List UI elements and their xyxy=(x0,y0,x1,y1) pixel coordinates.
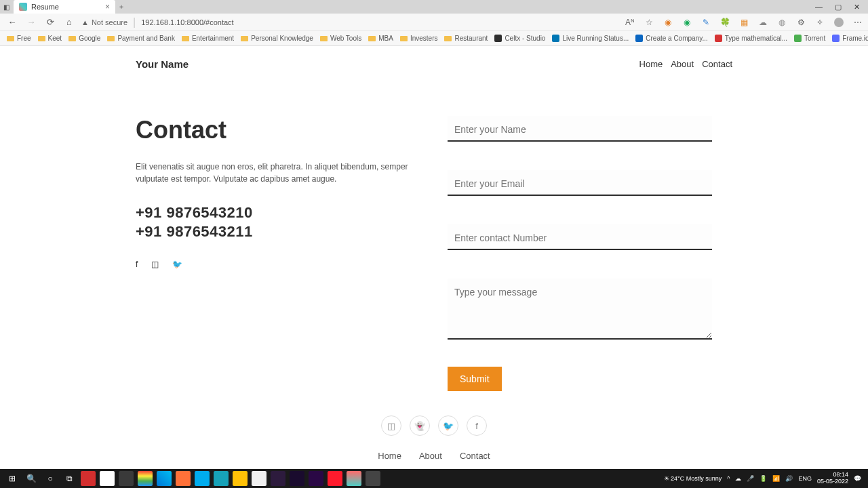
home-button[interactable]: ⌂ xyxy=(62,16,76,29)
taskbar-app[interactable] xyxy=(347,471,361,486)
bookmark-folder[interactable]: Google xyxy=(68,35,100,42)
message-textarea[interactable] xyxy=(448,279,712,340)
footer-facebook-icon[interactable]: f xyxy=(467,415,487,436)
instagram-icon[interactable]: ◫ xyxy=(151,260,159,269)
taskbar-app[interactable] xyxy=(366,471,380,486)
bookmark-link[interactable]: Type mathematical... xyxy=(715,35,787,42)
contact-number-input[interactable] xyxy=(448,224,712,250)
ext6-icon[interactable]: ☁ xyxy=(758,18,768,27)
firefox-icon[interactable] xyxy=(176,471,191,486)
wifi-icon[interactable]: 📶 xyxy=(772,475,780,482)
collections-icon[interactable]: ✧ xyxy=(815,18,825,27)
security-label: Not secure xyxy=(92,18,127,26)
taskbar-app[interactable] xyxy=(119,471,134,486)
footer-snapchat-icon[interactable]: 👻 xyxy=(410,415,430,436)
minimize-button[interactable]: — xyxy=(815,3,823,12)
bookmark-folder[interactable]: Web Tools xyxy=(320,35,361,42)
refresh-button[interactable]: ⟳ xyxy=(43,16,57,29)
ext7-icon[interactable]: ◍ xyxy=(777,18,787,27)
nav-home[interactable]: Home xyxy=(639,59,663,69)
bookmark-link[interactable]: Create a Company... xyxy=(635,35,708,42)
footer-home[interactable]: Home xyxy=(378,451,401,461)
tab-close-icon[interactable]: × xyxy=(105,2,110,12)
maximize-button[interactable]: ▢ xyxy=(835,3,842,12)
footer-contact[interactable]: Contact xyxy=(460,451,490,461)
taskbar-app[interactable] xyxy=(195,471,210,486)
bookmark-folder[interactable]: Personal Knowledge xyxy=(241,35,313,42)
weather-widget[interactable]: ☀ 24°C Mostly sunny xyxy=(664,475,722,482)
submit-button[interactable]: Submit xyxy=(448,367,502,391)
profile-avatar[interactable] xyxy=(834,18,844,27)
ext5-icon[interactable]: ▦ xyxy=(739,18,749,27)
site-brand[interactable]: Your Name xyxy=(136,58,189,70)
language-indicator[interactable]: ENG xyxy=(798,475,812,482)
read-aloud-icon[interactable]: Aᴺ xyxy=(625,18,635,27)
new-tab-button[interactable]: ＋ xyxy=(115,1,127,13)
favorite-icon[interactable]: ☆ xyxy=(644,18,654,27)
bookmark-folder[interactable]: MBA xyxy=(368,35,393,42)
windows-taskbar: ⊞ 🔍 ○ ⧉ ☀ 24°C Mostly sunny ^ ☁ 🎤 🔋 📶 🔊 … xyxy=(0,469,868,488)
tab-title: Resume xyxy=(31,3,59,11)
tab-favicon-icon xyxy=(19,3,27,11)
forward-button[interactable]: → xyxy=(24,16,38,29)
battery-icon[interactable]: 🔋 xyxy=(760,475,767,482)
browser-tab[interactable]: Resume × xyxy=(14,0,115,14)
menu-icon[interactable]: ⋯ xyxy=(853,18,863,27)
bookmark-folder[interactable]: Payment and Bank xyxy=(107,35,175,42)
bookmark-folder[interactable]: Restaurant xyxy=(444,35,488,42)
taskbar-app[interactable] xyxy=(81,471,96,486)
taskbar-app[interactable] xyxy=(100,471,115,486)
site-navbar: Your Name Home About Contact xyxy=(136,58,732,70)
window-titlebar: ◧ Resume × ＋ — ▢ ✕ xyxy=(0,0,868,14)
bookmark-link[interactable]: Live Running Status... xyxy=(552,35,629,42)
bookmark-link[interactable]: Celtx - Studio xyxy=(494,35,545,42)
taskbar-app[interactable] xyxy=(214,471,229,486)
bookmarks-bar: Free Keet Google Payment and Bank Entert… xyxy=(0,31,868,46)
task-view-icon[interactable]: ⧉ xyxy=(60,470,79,487)
contact-phone-1: +91 9876543210 xyxy=(136,204,420,222)
volume-icon[interactable]: 🔊 xyxy=(785,475,793,482)
tab-actions-icon[interactable]: ◧ xyxy=(0,1,12,13)
chrome-icon[interactable] xyxy=(138,471,153,486)
bookmark-link[interactable]: Torrent xyxy=(794,35,825,42)
cortana-icon[interactable]: ○ xyxy=(41,470,60,487)
close-button[interactable]: ✕ xyxy=(854,3,860,12)
twitter-icon[interactable]: 🐦 xyxy=(172,260,182,269)
tray-overflow-icon[interactable]: ^ xyxy=(727,475,730,482)
site-security[interactable]: ▲ Not secure xyxy=(81,18,127,26)
extensions-icon[interactable]: ⚙ xyxy=(796,18,806,27)
bookmark-folder[interactable]: Entertainment xyxy=(182,35,234,42)
bookmark-link[interactable]: Frame.io xyxy=(832,35,868,42)
ext4-icon[interactable]: 🍀 xyxy=(720,18,730,27)
address-bar: ← → ⟳ ⌂ ▲ Not secure | 192.168.1.10:8000… xyxy=(0,14,868,31)
edge-icon[interactable] xyxy=(157,471,172,486)
footer-about[interactable]: About xyxy=(419,451,442,461)
name-input[interactable] xyxy=(448,116,712,142)
notifications-icon[interactable]: 💬 xyxy=(854,475,861,482)
footer-twitter-icon[interactable]: 🐦 xyxy=(438,415,458,436)
bookmark-folder[interactable]: Investers xyxy=(400,35,438,42)
search-icon[interactable]: 🔍 xyxy=(22,470,41,487)
opera-icon[interactable] xyxy=(328,471,342,486)
file-explorer-icon[interactable] xyxy=(233,471,248,486)
adobe-ae-icon[interactable] xyxy=(290,471,304,486)
email-input[interactable] xyxy=(448,170,712,196)
adobe-pr-icon[interactable] xyxy=(309,471,323,486)
nav-contact[interactable]: Contact xyxy=(702,59,732,69)
clock[interactable]: 08:14 05-05-2022 xyxy=(817,472,848,485)
ext2-icon[interactable]: ◉ xyxy=(682,18,692,27)
mic-icon[interactable]: 🎤 xyxy=(747,475,754,482)
ext1-icon[interactable]: ◉ xyxy=(663,18,673,27)
facebook-icon[interactable]: f xyxy=(136,260,138,269)
back-button[interactable]: ← xyxy=(5,16,19,29)
start-button[interactable]: ⊞ xyxy=(3,470,22,487)
bookmark-folder[interactable]: Keet xyxy=(38,35,62,42)
footer-instagram-icon[interactable]: ◫ xyxy=(381,415,401,436)
bookmark-folder[interactable]: Free xyxy=(7,35,31,42)
taskbar-app[interactable] xyxy=(252,471,267,486)
nav-about[interactable]: About xyxy=(671,59,694,69)
ext3-icon[interactable]: ✎ xyxy=(701,18,711,27)
url-text[interactable]: 192.168.1.10:8000/#contact xyxy=(141,18,233,26)
onedrive-icon[interactable]: ☁ xyxy=(735,475,741,482)
adobe-au-icon[interactable] xyxy=(271,471,285,486)
